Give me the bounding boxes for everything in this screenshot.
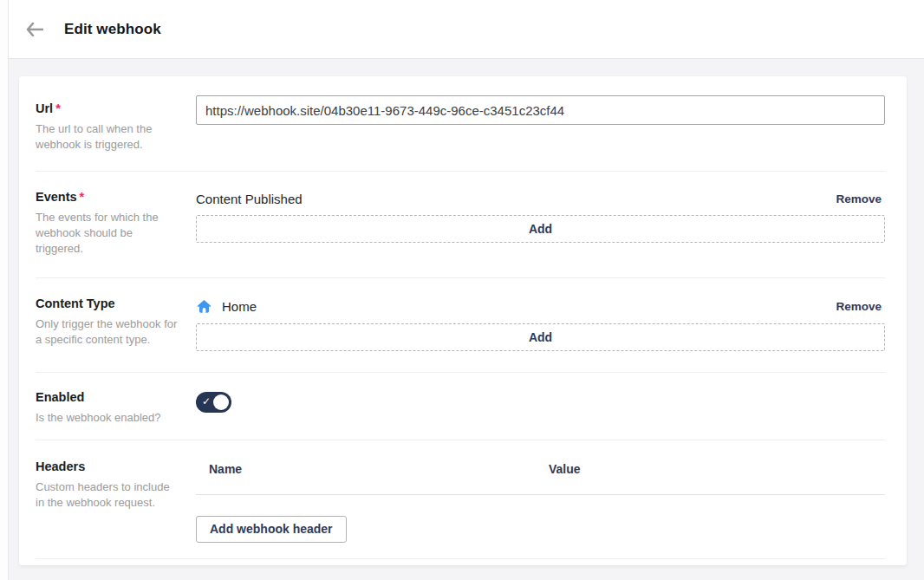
- home-icon: [196, 298, 212, 315]
- headers-column-value: Value: [549, 462, 581, 476]
- enabled-content-col: ✓: [196, 390, 885, 426]
- left-rail: [0, 0, 9, 580]
- webhook-form-card: Url* The url to call when the webhook is…: [19, 76, 907, 565]
- check-icon: ✓: [202, 395, 211, 407]
- events-label-col: Events* The events for which the webhook…: [36, 190, 196, 257]
- headers-label-col: Headers Custom headers to include in the…: [36, 459, 196, 543]
- content-type-remove-link[interactable]: Remove: [836, 300, 885, 313]
- headers-label: Headers: [36, 459, 180, 473]
- page-header: Edit webhook: [0, 0, 924, 59]
- enabled-label: Enabled: [36, 390, 180, 404]
- url-hint: The url to call when the webhook is trig…: [36, 121, 180, 153]
- enabled-hint: Is the webhook enabled?: [36, 410, 180, 426]
- enabled-toggle[interactable]: ✓: [196, 392, 231, 413]
- required-marker: *: [55, 101, 61, 115]
- events-content-col: Content Published Remove Add: [196, 190, 885, 257]
- url-field-row: Url* The url to call when the webhook is…: [36, 76, 885, 172]
- content-type-label: Content Type: [36, 297, 180, 310]
- add-content-type-button[interactable]: Add: [196, 323, 885, 351]
- add-webhook-header-button[interactable]: Add webhook header: [196, 516, 347, 543]
- headers-table-head: Name Value: [196, 459, 885, 495]
- url-label: Url*: [36, 101, 180, 115]
- content-type-list-item: Home Remove: [196, 297, 885, 323]
- headers-hint: Custom headers to include in the webhook…: [36, 479, 180, 511]
- page-title: Edit webhook: [64, 21, 161, 38]
- headers-content-col: Name Value Add webhook header: [196, 459, 885, 543]
- content-type-hint: Only trigger the webhook for a specific …: [36, 316, 180, 348]
- enabled-label-col: Enabled Is the webhook enabled?: [36, 390, 196, 426]
- event-list-item: Content Published Remove: [196, 190, 885, 215]
- event-remove-link[interactable]: Remove: [836, 192, 885, 205]
- content-type-label-col: Content Type Only trigger the webhook fo…: [36, 297, 196, 351]
- content-type-item-name: Home: [222, 299, 257, 314]
- toggle-knob: [213, 394, 229, 410]
- arrow-left-icon: [26, 23, 43, 36]
- url-label-col: Url* The url to call when the webhook is…: [36, 95, 196, 153]
- headers-field-row: Headers Custom headers to include in the…: [36, 440, 885, 559]
- events-label: Events*: [36, 190, 180, 204]
- events-field-row: Events* The events for which the webhook…: [36, 172, 885, 278]
- content-type-field-row: Content Type Only trigger the webhook fo…: [36, 278, 885, 373]
- event-item-name: Content Published: [196, 192, 303, 206]
- required-marker: *: [80, 190, 85, 204]
- url-content-col: [196, 95, 885, 153]
- headers-column-name: Name: [209, 462, 549, 476]
- events-hint: The events for which the webhook should …: [36, 210, 180, 257]
- back-button[interactable]: [23, 18, 46, 41]
- content-type-content-col: Home Remove Add: [196, 297, 885, 351]
- enabled-field-row: Enabled Is the webhook enabled? ✓: [36, 373, 885, 440]
- add-event-button[interactable]: Add: [196, 215, 885, 243]
- url-input[interactable]: [196, 95, 885, 125]
